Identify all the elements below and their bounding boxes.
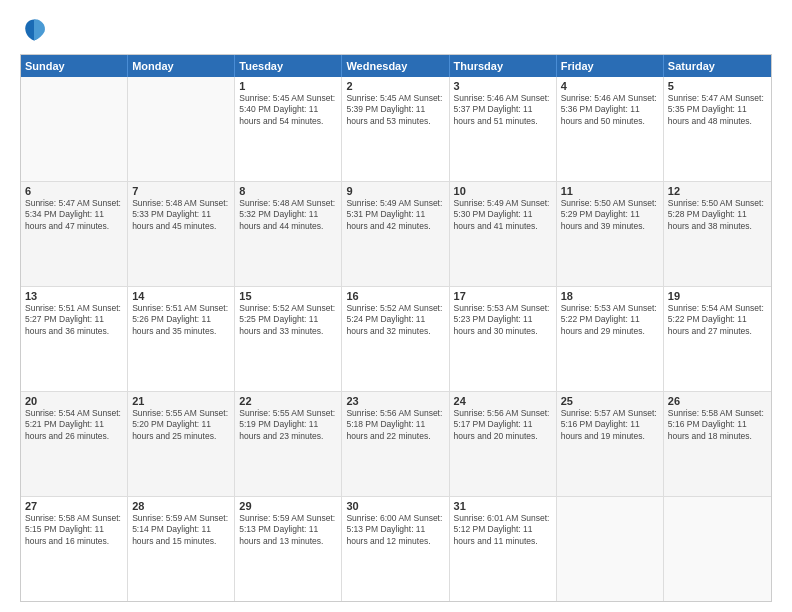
calendar-cell-4-2: 29Sunrise: 5:59 AM Sunset: 5:13 PM Dayli… [235, 497, 342, 601]
calendar-week-1: 6Sunrise: 5:47 AM Sunset: 5:34 PM Daylig… [21, 181, 771, 286]
cell-detail: Sunrise: 5:47 AM Sunset: 5:34 PM Dayligh… [25, 198, 123, 232]
page: SundayMondayTuesdayWednesdayThursdayFrid… [0, 0, 792, 612]
cell-date: 25 [561, 395, 659, 407]
cell-detail: Sunrise: 5:59 AM Sunset: 5:14 PM Dayligh… [132, 513, 230, 547]
cell-date: 19 [668, 290, 767, 302]
cell-date: 22 [239, 395, 337, 407]
cell-date: 21 [132, 395, 230, 407]
cell-detail: Sunrise: 5:57 AM Sunset: 5:16 PM Dayligh… [561, 408, 659, 442]
cell-date: 29 [239, 500, 337, 512]
cell-date: 28 [132, 500, 230, 512]
cell-date: 24 [454, 395, 552, 407]
calendar-cell-0-4: 3Sunrise: 5:46 AM Sunset: 5:37 PM Daylig… [450, 77, 557, 181]
cell-date: 23 [346, 395, 444, 407]
cell-detail: Sunrise: 5:46 AM Sunset: 5:37 PM Dayligh… [454, 93, 552, 127]
calendar-cell-4-3: 30Sunrise: 6:00 AM Sunset: 5:13 PM Dayli… [342, 497, 449, 601]
cell-detail: Sunrise: 5:52 AM Sunset: 5:25 PM Dayligh… [239, 303, 337, 337]
calendar-cell-2-4: 17Sunrise: 5:53 AM Sunset: 5:23 PM Dayli… [450, 287, 557, 391]
cell-date: 16 [346, 290, 444, 302]
header-day-sunday: Sunday [21, 55, 128, 77]
calendar-cell-1-3: 9Sunrise: 5:49 AM Sunset: 5:31 PM Daylig… [342, 182, 449, 286]
calendar-cell-0-0 [21, 77, 128, 181]
cell-date: 30 [346, 500, 444, 512]
header-day-friday: Friday [557, 55, 664, 77]
cell-detail: Sunrise: 6:01 AM Sunset: 5:12 PM Dayligh… [454, 513, 552, 547]
cell-date: 1 [239, 80, 337, 92]
cell-date: 20 [25, 395, 123, 407]
cell-detail: Sunrise: 5:58 AM Sunset: 5:15 PM Dayligh… [25, 513, 123, 547]
calendar-cell-3-0: 20Sunrise: 5:54 AM Sunset: 5:21 PM Dayli… [21, 392, 128, 496]
calendar-cell-4-6 [664, 497, 771, 601]
logo-icon [20, 16, 48, 44]
cell-date: 3 [454, 80, 552, 92]
cell-date: 26 [668, 395, 767, 407]
calendar-cell-3-5: 25Sunrise: 5:57 AM Sunset: 5:16 PM Dayli… [557, 392, 664, 496]
cell-detail: Sunrise: 5:48 AM Sunset: 5:32 PM Dayligh… [239, 198, 337, 232]
calendar-cell-0-2: 1Sunrise: 5:45 AM Sunset: 5:40 PM Daylig… [235, 77, 342, 181]
header [20, 16, 772, 44]
calendar-cell-1-4: 10Sunrise: 5:49 AM Sunset: 5:30 PM Dayli… [450, 182, 557, 286]
cell-detail: Sunrise: 5:50 AM Sunset: 5:28 PM Dayligh… [668, 198, 767, 232]
cell-detail: Sunrise: 5:59 AM Sunset: 5:13 PM Dayligh… [239, 513, 337, 547]
calendar-cell-3-3: 23Sunrise: 5:56 AM Sunset: 5:18 PM Dayli… [342, 392, 449, 496]
header-day-wednesday: Wednesday [342, 55, 449, 77]
calendar-cell-2-6: 19Sunrise: 5:54 AM Sunset: 5:22 PM Dayli… [664, 287, 771, 391]
cell-detail: Sunrise: 5:47 AM Sunset: 5:35 PM Dayligh… [668, 93, 767, 127]
cell-detail: Sunrise: 5:55 AM Sunset: 5:20 PM Dayligh… [132, 408, 230, 442]
cell-date: 27 [25, 500, 123, 512]
cell-date: 14 [132, 290, 230, 302]
cell-detail: Sunrise: 5:54 AM Sunset: 5:22 PM Dayligh… [668, 303, 767, 337]
cell-detail: Sunrise: 5:53 AM Sunset: 5:23 PM Dayligh… [454, 303, 552, 337]
cell-date: 10 [454, 185, 552, 197]
calendar-cell-1-5: 11Sunrise: 5:50 AM Sunset: 5:29 PM Dayli… [557, 182, 664, 286]
calendar-week-3: 20Sunrise: 5:54 AM Sunset: 5:21 PM Dayli… [21, 391, 771, 496]
cell-detail: Sunrise: 5:48 AM Sunset: 5:33 PM Dayligh… [132, 198, 230, 232]
calendar-cell-4-5 [557, 497, 664, 601]
cell-detail: Sunrise: 5:46 AM Sunset: 5:36 PM Dayligh… [561, 93, 659, 127]
cell-detail: Sunrise: 5:49 AM Sunset: 5:30 PM Dayligh… [454, 198, 552, 232]
calendar-cell-2-5: 18Sunrise: 5:53 AM Sunset: 5:22 PM Dayli… [557, 287, 664, 391]
calendar-header: SundayMondayTuesdayWednesdayThursdayFrid… [21, 55, 771, 77]
cell-detail: Sunrise: 5:53 AM Sunset: 5:22 PM Dayligh… [561, 303, 659, 337]
calendar-cell-0-5: 4Sunrise: 5:46 AM Sunset: 5:36 PM Daylig… [557, 77, 664, 181]
header-day-tuesday: Tuesday [235, 55, 342, 77]
calendar-cell-2-1: 14Sunrise: 5:51 AM Sunset: 5:26 PM Dayli… [128, 287, 235, 391]
calendar-cell-3-2: 22Sunrise: 5:55 AM Sunset: 5:19 PM Dayli… [235, 392, 342, 496]
calendar-cell-2-0: 13Sunrise: 5:51 AM Sunset: 5:27 PM Dayli… [21, 287, 128, 391]
cell-detail: Sunrise: 5:51 AM Sunset: 5:27 PM Dayligh… [25, 303, 123, 337]
calendar: SundayMondayTuesdayWednesdayThursdayFrid… [20, 54, 772, 602]
header-day-monday: Monday [128, 55, 235, 77]
cell-detail: Sunrise: 5:50 AM Sunset: 5:29 PM Dayligh… [561, 198, 659, 232]
calendar-cell-4-0: 27Sunrise: 5:58 AM Sunset: 5:15 PM Dayli… [21, 497, 128, 601]
logo [20, 16, 52, 44]
header-day-saturday: Saturday [664, 55, 771, 77]
cell-date: 6 [25, 185, 123, 197]
calendar-cell-3-4: 24Sunrise: 5:56 AM Sunset: 5:17 PM Dayli… [450, 392, 557, 496]
cell-date: 8 [239, 185, 337, 197]
calendar-week-4: 27Sunrise: 5:58 AM Sunset: 5:15 PM Dayli… [21, 496, 771, 601]
cell-date: 18 [561, 290, 659, 302]
cell-date: 4 [561, 80, 659, 92]
calendar-cell-1-6: 12Sunrise: 5:50 AM Sunset: 5:28 PM Dayli… [664, 182, 771, 286]
calendar-cell-4-4: 31Sunrise: 6:01 AM Sunset: 5:12 PM Dayli… [450, 497, 557, 601]
cell-date: 15 [239, 290, 337, 302]
cell-date: 17 [454, 290, 552, 302]
cell-detail: Sunrise: 5:54 AM Sunset: 5:21 PM Dayligh… [25, 408, 123, 442]
cell-date: 13 [25, 290, 123, 302]
cell-date: 9 [346, 185, 444, 197]
cell-date: 7 [132, 185, 230, 197]
cell-detail: Sunrise: 5:56 AM Sunset: 5:17 PM Dayligh… [454, 408, 552, 442]
header-day-thursday: Thursday [450, 55, 557, 77]
cell-detail: Sunrise: 6:00 AM Sunset: 5:13 PM Dayligh… [346, 513, 444, 547]
calendar-week-0: 1Sunrise: 5:45 AM Sunset: 5:40 PM Daylig… [21, 77, 771, 181]
calendar-body: 1Sunrise: 5:45 AM Sunset: 5:40 PM Daylig… [21, 77, 771, 601]
cell-date: 11 [561, 185, 659, 197]
cell-detail: Sunrise: 5:56 AM Sunset: 5:18 PM Dayligh… [346, 408, 444, 442]
cell-detail: Sunrise: 5:45 AM Sunset: 5:39 PM Dayligh… [346, 93, 444, 127]
cell-detail: Sunrise: 5:51 AM Sunset: 5:26 PM Dayligh… [132, 303, 230, 337]
calendar-cell-1-0: 6Sunrise: 5:47 AM Sunset: 5:34 PM Daylig… [21, 182, 128, 286]
calendar-cell-0-1 [128, 77, 235, 181]
cell-detail: Sunrise: 5:45 AM Sunset: 5:40 PM Dayligh… [239, 93, 337, 127]
cell-date: 31 [454, 500, 552, 512]
calendar-cell-3-1: 21Sunrise: 5:55 AM Sunset: 5:20 PM Dayli… [128, 392, 235, 496]
